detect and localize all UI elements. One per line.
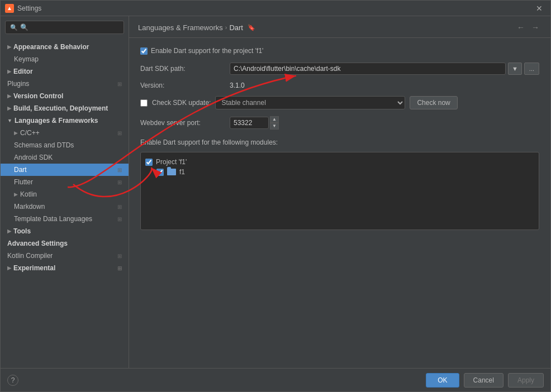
sidebar-item-kotlin-compiler[interactable]: Kotlin Compiler ⊞ bbox=[1, 250, 129, 262]
webdev-label: Webdev server port: bbox=[140, 119, 230, 127]
sidebar-item-label: Markdown bbox=[14, 203, 45, 211]
panel-navigation: ← → bbox=[515, 22, 542, 33]
arrow-icon: ▶ bbox=[7, 44, 11, 50]
breadcrumb-current: Dart bbox=[229, 23, 243, 32]
sidebar-item-languages[interactable]: ▼ Languages & Frameworks bbox=[1, 114, 129, 127]
sidebar-item-tools[interactable]: ▶ Tools bbox=[1, 225, 129, 237]
sidebar: 🔍 ▶ Appearance & Behavior Keymap ▶ Edito… bbox=[1, 16, 129, 368]
sidebar-item-dart[interactable]: Dart ⊞ bbox=[1, 164, 129, 176]
sdk-path-input-group: ▼ ... bbox=[230, 63, 539, 75]
sidebar-item-label: Build, Execution, Deployment bbox=[13, 104, 108, 112]
check-sdk-row: Check SDK update: Stable channel Check n… bbox=[140, 96, 539, 109]
search-input[interactable] bbox=[20, 23, 119, 31]
sidebar-item-build[interactable]: ▶ Build, Execution, Deployment bbox=[1, 102, 129, 114]
search-box[interactable]: 🔍 bbox=[5, 21, 124, 34]
sidebar-item-template-data[interactable]: Template Data Languages ⊞ bbox=[1, 213, 129, 225]
module-f1-checkbox[interactable] bbox=[156, 169, 164, 176]
sidebar-item-keymap[interactable]: Keymap bbox=[1, 53, 129, 65]
sidebar-item-appearance[interactable]: ▶ Appearance & Behavior bbox=[1, 41, 129, 53]
module-f1-row: f1 bbox=[145, 167, 534, 177]
check-sdk-checkbox[interactable] bbox=[140, 99, 148, 107]
arrow-icon: ▶ bbox=[7, 69, 11, 74]
arrow-icon: ▶ bbox=[7, 265, 11, 271]
port-increment-button[interactable]: ▲ bbox=[270, 116, 279, 123]
project-module-row: Project 'f1' bbox=[145, 157, 534, 167]
folder-icon bbox=[167, 169, 176, 175]
apply-button[interactable]: Apply bbox=[508, 373, 544, 388]
check-sdk-label: Check SDK update: bbox=[152, 99, 211, 107]
project-checkbox[interactable] bbox=[145, 159, 153, 166]
content-area: 🔍 ▶ Appearance & Behavior Keymap ▶ Edito… bbox=[1, 16, 550, 368]
sidebar-item-label: Languages & Frameworks bbox=[15, 117, 98, 125]
sidebar-item-markdown[interactable]: Markdown ⊞ bbox=[1, 200, 129, 213]
sidebar-item-label: Template Data Languages bbox=[14, 215, 92, 223]
sidebar-item-label: Keymap bbox=[14, 55, 39, 63]
ext-icon: ⊞ bbox=[117, 81, 122, 87]
breadcrumb-separator: › bbox=[225, 24, 227, 31]
ext-icon: ⊞ bbox=[117, 130, 122, 136]
project-label: Project 'f1' bbox=[156, 158, 187, 166]
sidebar-item-version-control[interactable]: ▶ Version Control bbox=[1, 90, 129, 102]
sidebar-item-label: Dart bbox=[14, 166, 27, 174]
ok-button[interactable]: OK bbox=[426, 373, 459, 388]
sdk-path-dropdown-button[interactable]: ▼ bbox=[508, 63, 522, 75]
sidebar-item-label: Tools bbox=[13, 227, 31, 235]
module-f1-label: f1 bbox=[179, 168, 185, 176]
enable-dart-checkbox[interactable] bbox=[140, 47, 148, 55]
breadcrumb-parent: Languages & Frameworks bbox=[138, 23, 223, 32]
sidebar-item-label: Kotlin bbox=[20, 190, 37, 198]
sidebar-item-label: Schemas and DTDs bbox=[14, 141, 74, 149]
main-panel: Languages & Frameworks › Dart 🔖 ← → Enab… bbox=[129, 16, 550, 368]
bookmark-icon: 🔖 bbox=[248, 24, 255, 31]
help-button[interactable]: ? bbox=[7, 375, 18, 386]
webdev-row: Webdev server port: ▲ ▼ bbox=[140, 116, 539, 130]
modules-label: Enable Dart support for the following mo… bbox=[140, 138, 539, 146]
sidebar-item-android-sdk[interactable]: Android SDK bbox=[1, 151, 129, 164]
ext-icon: ⊞ bbox=[117, 216, 122, 222]
sidebar-item-label: Experimental bbox=[13, 264, 55, 272]
sidebar-item-label: Advanced Settings bbox=[7, 240, 68, 247]
nav-list: ▶ Appearance & Behavior Keymap ▶ Editor … bbox=[1, 39, 129, 276]
sdk-path-input[interactable] bbox=[230, 63, 506, 75]
webdev-port-input[interactable] bbox=[230, 117, 269, 129]
sidebar-item-label: Plugins bbox=[7, 80, 29, 88]
sidebar-item-label: Android SDK bbox=[14, 154, 53, 161]
sidebar-item-cpp[interactable]: ▶ C/C++ ⊞ bbox=[1, 127, 129, 139]
panel-content: Enable Dart support for the project 'f1'… bbox=[129, 38, 550, 368]
sidebar-item-experimental[interactable]: ▶ Experimental ⊞ bbox=[1, 262, 129, 274]
close-button[interactable]: ✕ bbox=[533, 3, 546, 14]
nav-forward-button[interactable]: → bbox=[529, 22, 542, 33]
arrow-icon: ▶ bbox=[14, 192, 18, 197]
sidebar-item-label: Appearance & Behavior bbox=[13, 43, 89, 51]
cancel-button[interactable]: Cancel bbox=[464, 373, 504, 388]
sdk-path-label: Dart SDK path: bbox=[140, 65, 230, 73]
settings-window: ▲ Settings ✕ 🔍 ▶ Appearance & Behavior K… bbox=[0, 0, 551, 392]
sidebar-item-flutter[interactable]: Flutter ⊞ bbox=[1, 176, 129, 188]
sidebar-item-plugins[interactable]: Plugins ⊞ bbox=[1, 78, 129, 90]
arrow-icon: ▶ bbox=[7, 106, 11, 111]
ext-icon: ⊞ bbox=[117, 265, 122, 271]
check-now-button[interactable]: Check now bbox=[410, 96, 457, 109]
port-decrement-button[interactable]: ▼ bbox=[270, 123, 279, 130]
ext-icon: ⊞ bbox=[117, 253, 122, 259]
title-bar: ▲ Settings ✕ bbox=[1, 1, 550, 16]
nav-back-button[interactable]: ← bbox=[515, 22, 527, 33]
sidebar-item-label: Version Control bbox=[13, 92, 63, 100]
enable-dart-label: Enable Dart support for the project 'f1' bbox=[151, 47, 263, 55]
sdk-path-browse-button[interactable]: ... bbox=[524, 63, 539, 75]
ext-icon: ⊞ bbox=[117, 179, 122, 185]
sidebar-item-label: Editor bbox=[13, 68, 33, 75]
sidebar-item-label: Kotlin Compiler bbox=[7, 252, 53, 260]
arrow-icon: ▼ bbox=[7, 118, 12, 123]
sdk-path-row: Dart SDK path: ▼ ... bbox=[140, 63, 539, 75]
sidebar-item-editor[interactable]: ▶ Editor bbox=[1, 65, 129, 78]
sidebar-item-advanced[interactable]: Advanced Settings bbox=[1, 237, 129, 250]
arrow-icon: ▶ bbox=[14, 130, 18, 136]
version-value: 3.1.0 bbox=[230, 82, 245, 89]
sidebar-item-label: C/C++ bbox=[20, 129, 40, 137]
version-row: Version: 3.1.0 bbox=[140, 82, 539, 89]
channel-select[interactable]: Stable channel bbox=[215, 96, 405, 109]
sidebar-item-schemas[interactable]: Schemas and DTDs bbox=[1, 139, 129, 151]
ext-icon: ⊞ bbox=[117, 167, 122, 173]
sidebar-item-kotlin[interactable]: ▶ Kotlin bbox=[1, 188, 129, 200]
